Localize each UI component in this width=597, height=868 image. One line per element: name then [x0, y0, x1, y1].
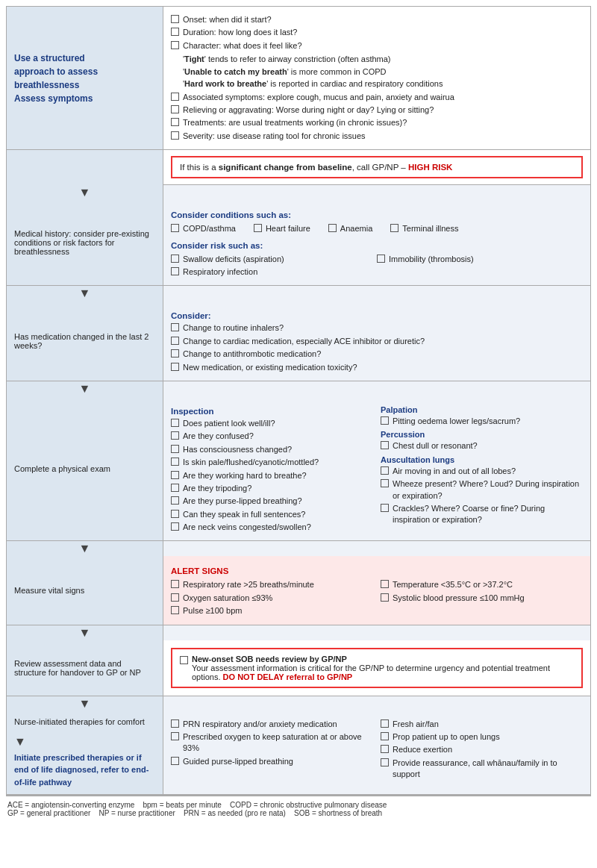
- cb-tripoding: Are they tripoding?: [171, 483, 373, 494]
- checkbox[interactable]: [381, 745, 389, 753]
- cb-duration: Duration: how long does it last?: [171, 27, 583, 38]
- right-cell-row6: New-onset SOB needs review by GP/NP Your…: [163, 640, 590, 696]
- checkbox[interactable]: [381, 593, 389, 602]
- cb-neck-veins: Are neck veins congested/swollen?: [171, 522, 373, 533]
- checkbox[interactable]: [381, 466, 389, 475]
- therapies-col2: Fresh air/fan Prop patient up to open lu…: [381, 717, 583, 782]
- cb-prop-patient: Prop patient up to open lungs: [381, 731, 583, 743]
- checkbox[interactable]: [171, 606, 179, 614]
- arrow-row2-3: ▼: [7, 286, 163, 301]
- checkbox[interactable]: [171, 363, 179, 371]
- row7-left-text2: Initiate prescribed therapies or if end …: [14, 752, 155, 789]
- cb-fresh-air: Fresh air/fan: [381, 719, 583, 730]
- cb-antithrombotic: Change to antithrombotic medication?: [171, 349, 583, 360]
- checkbox[interactable]: [381, 441, 389, 449]
- cb-resp-rate: Respiratory rate >25 breaths/minute: [171, 579, 373, 590]
- left-cell-row1: Use a structuredapproach to assessbreath…: [7, 7, 163, 150]
- left-cell-row5: Measure vital signs: [7, 556, 163, 625]
- checkbox[interactable]: [171, 15, 179, 23]
- footer-np: NP = nurse practitioner: [99, 809, 175, 817]
- down-arrow-icon: ▼: [79, 186, 91, 199]
- footer-ace: ACE = angiotensin-converting enzyme: [7, 801, 134, 809]
- checkbox[interactable]: [381, 580, 389, 588]
- new-onset-box: New-onset SOB needs review by GP/NP Your…: [171, 648, 583, 688]
- checkbox[interactable]: [171, 732, 179, 740]
- do-not-delay: DO NOT DELAY referral to GP/NP: [223, 672, 353, 681]
- checkbox[interactable]: [171, 131, 179, 140]
- cb-guided-purse: Guided purse-lipped breathing: [171, 756, 373, 767]
- checkbox[interactable]: [171, 41, 179, 49]
- checkbox[interactable]: [171, 510, 179, 518]
- right-arrow-spacer: [163, 185, 590, 200]
- row7-left-text1: Nurse-initiated therapies for comfort: [14, 717, 145, 726]
- checkbox[interactable]: [171, 445, 179, 453]
- checkbox[interactable]: [254, 224, 262, 232]
- checkbox[interactable]: [171, 471, 179, 479]
- checkbox[interactable]: [171, 323, 179, 331]
- consider-risk-title: Consider risk such as:: [171, 241, 583, 250]
- cb-terminal: Terminal illness: [390, 223, 458, 234]
- cb-cardiac-med: Change to cardiac medication, especially…: [171, 336, 583, 347]
- right-cell-row4: Inspection Does patient look well/ill? A…: [163, 396, 590, 542]
- footer-gp: GP = general practitioner: [7, 809, 90, 817]
- checkbox[interactable]: [171, 28, 179, 36]
- cb-routine-inhalers: Change to routine inhalers?: [171, 322, 583, 334]
- checkbox[interactable]: [377, 255, 385, 263]
- cb-crackles: Crackles? Where? Coarse or fine? During …: [381, 503, 583, 526]
- cb-prn-respiratory: PRN respiratory and/or anxiety medicatio…: [171, 719, 373, 730]
- footer: ACE = angiotensin-converting enzyme bpm …: [6, 796, 591, 817]
- checkbox[interactable]: [381, 479, 389, 487]
- cb-pitting: Pitting oedema lower legs/sacrum?: [381, 416, 583, 427]
- checkbox[interactable]: [171, 337, 179, 345]
- checkbox[interactable]: [171, 105, 179, 113]
- checkbox[interactable]: [171, 593, 179, 602]
- palpation-title: Palpation: [381, 405, 583, 414]
- checkbox[interactable]: [171, 255, 179, 263]
- cb-purse-lipped: Are they purse-lipped breathing?: [171, 496, 373, 507]
- cb-prescribed-oxygen: Prescribed oxygen to keep saturation at …: [171, 731, 373, 755]
- checkbox[interactable]: [171, 458, 179, 466]
- checkbox[interactable]: [381, 504, 389, 512]
- checkbox[interactable]: [171, 431, 179, 440]
- checkbox[interactable]: [171, 719, 179, 728]
- right-cell-row2: Consider conditions such as: COPD/asthma…: [163, 200, 590, 286]
- percussion-title: Percussion: [381, 430, 583, 439]
- checkbox[interactable]: [171, 118, 179, 126]
- checkbox[interactable]: [171, 484, 179, 492]
- checkbox[interactable]: [390, 224, 398, 232]
- row7-arrow-spacer: ▼: [14, 735, 26, 749]
- checkbox[interactable]: [180, 656, 188, 664]
- checkbox[interactable]: [381, 416, 389, 425]
- cb-new-medication: New medication, or existing medication t…: [171, 362, 583, 373]
- checkbox[interactable]: [171, 522, 179, 531]
- risk-grid: Swallow deficits (aspiration) Respirator…: [171, 252, 583, 280]
- footer-sob: SOB = shortness of breath: [294, 809, 382, 817]
- checkbox[interactable]: [171, 757, 179, 765]
- checkbox[interactable]: [381, 719, 389, 728]
- down-arrow-icon-3: ▼: [79, 382, 91, 396]
- therapies-col1: PRN respiratory and/or anxiety medicatio…: [171, 717, 373, 782]
- checkbox[interactable]: [171, 580, 179, 588]
- cb-working-hard: Are they working hard to breathe?: [171, 470, 373, 481]
- checkbox[interactable]: [381, 732, 389, 740]
- cb-look-well: Does patient look well/ill?: [171, 418, 373, 429]
- checkbox[interactable]: [171, 224, 179, 232]
- checkbox[interactable]: [171, 93, 179, 101]
- left-cell-highrisk: [7, 150, 163, 185]
- checkbox[interactable]: [171, 267, 179, 275]
- risk-col2: Immobility (thrombosis): [377, 252, 583, 280]
- arrow-row5-6: ▼: [7, 625, 163, 640]
- cb-copd: COPD/asthma: [171, 223, 236, 234]
- checkbox[interactable]: [171, 496, 179, 505]
- cb-air-moving: Air moving in and out of all lobes?: [381, 466, 583, 477]
- checkbox[interactable]: [328, 224, 337, 232]
- checkbox[interactable]: [381, 758, 389, 766]
- row4-left-text: Complete a physical exam: [14, 464, 110, 473]
- checkbox[interactable]: [171, 419, 179, 427]
- cb-wheeze: Wheeze present? Where? Loud? During insp…: [381, 478, 583, 502]
- character-detail: 'Tight' tends to refer to airway constri…: [171, 53, 583, 90]
- right-cell-row7: PRN respiratory and/or anxiety medicatio…: [163, 711, 590, 796]
- cb-skin: Is skin pale/flushed/cyanotic/mottled?: [171, 457, 373, 468]
- checkbox[interactable]: [171, 349, 179, 357]
- arrow-row4-5: ▼: [7, 541, 163, 556]
